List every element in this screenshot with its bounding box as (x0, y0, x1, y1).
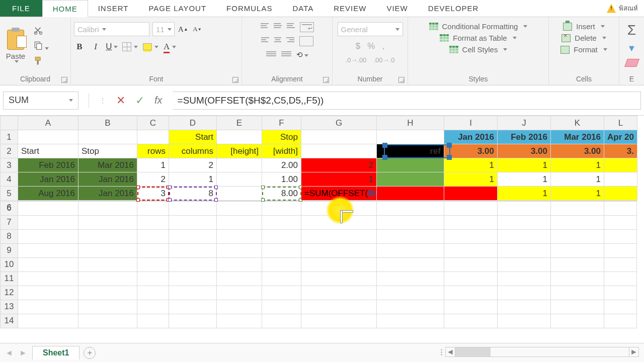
row-header-10[interactable]: 10 (1, 257, 18, 272)
hscroll-right[interactable]: ► (629, 347, 639, 357)
cell[interactable] (262, 243, 301, 257)
cell[interactable] (301, 272, 377, 286)
align-middle-button[interactable] (274, 22, 282, 32)
cell[interactable] (498, 229, 551, 243)
wrap-text-button[interactable] (300, 22, 314, 32)
increase-font-button[interactable]: A▲ (178, 24, 189, 35)
cell[interactable] (498, 243, 551, 257)
cell[interactable] (169, 229, 217, 243)
cell[interactable]: Start (18, 144, 78, 158)
cell[interactable] (78, 215, 137, 229)
percent-format-button[interactable]: % (367, 41, 375, 51)
cell[interactable] (551, 314, 604, 328)
cell[interactable] (444, 272, 498, 286)
cell[interactable] (137, 257, 169, 272)
insert-function-button[interactable]: fx (154, 95, 163, 106)
cell[interactable] (262, 300, 301, 314)
align-bottom-button[interactable] (287, 22, 295, 32)
cell[interactable] (301, 286, 377, 300)
cell[interactable] (377, 158, 444, 172)
cell[interactable] (169, 300, 217, 314)
row-header-11[interactable]: 11 (1, 272, 18, 286)
cell[interactable] (444, 286, 498, 300)
cell[interactable] (551, 201, 604, 215)
enter-formula-button[interactable]: ✓ (135, 94, 144, 107)
sheet-nav-prev[interactable]: ◄ (4, 348, 14, 357)
delete-cells-button[interactable]: Delete (561, 34, 606, 42)
cell[interactable]: rows (137, 144, 169, 158)
row-header-9[interactable]: 9 (1, 243, 18, 257)
cell[interactable] (498, 300, 551, 314)
row-header-4[interactable]: 4 (1, 172, 18, 187)
cell[interactable] (551, 272, 604, 286)
cell[interactable] (169, 314, 217, 328)
name-box[interactable]: SUM (3, 92, 78, 110)
cell[interactable] (444, 257, 498, 272)
cell[interactable]: 2 (301, 158, 377, 172)
italic-button[interactable]: I (90, 41, 101, 52)
row-header-8[interactable]: 8 (1, 229, 18, 243)
cell[interactable] (551, 243, 604, 257)
align-center-button[interactable] (274, 36, 281, 46)
cell[interactable] (262, 257, 301, 272)
format-as-table-button[interactable]: Format as Table (440, 34, 516, 42)
cell[interactable] (604, 272, 637, 286)
cell[interactable] (78, 243, 137, 257)
cell[interactable] (551, 257, 604, 272)
tab-developer[interactable]: DEVELOPER (418, 0, 489, 17)
cell[interactable]: 1 (498, 187, 551, 201)
cell[interactable] (377, 187, 444, 201)
cell[interactable] (217, 286, 262, 300)
number-dialog-launcher[interactable] (398, 77, 405, 83)
hscroll-thumb[interactable] (455, 347, 491, 356)
cell[interactable]: 1 (551, 187, 604, 201)
cell[interactable] (444, 215, 498, 229)
cell[interactable]: 2 (137, 172, 169, 187)
cell[interactable] (217, 243, 262, 257)
cell[interactable] (604, 300, 637, 314)
cell[interactable] (604, 215, 637, 229)
cell-styles-button[interactable]: Cell Styles (449, 45, 508, 54)
copy-button[interactable] (33, 40, 49, 52)
fill-color-button[interactable] (143, 43, 158, 50)
cell[interactable] (78, 257, 137, 272)
underline-button[interactable]: U (106, 41, 117, 52)
cut-button[interactable] (33, 25, 49, 36)
cell[interactable] (169, 257, 217, 272)
col-header-B[interactable]: B (78, 116, 137, 130)
cell[interactable]: Apr 20 (604, 130, 637, 144)
cell[interactable]: 1 (301, 172, 377, 187)
cell[interactable] (262, 201, 301, 215)
cell[interactable] (444, 201, 498, 215)
cell[interactable] (444, 243, 498, 257)
cell[interactable] (301, 144, 377, 158)
row-header-3[interactable]: 3 (1, 158, 18, 172)
cell[interactable] (604, 243, 637, 257)
cell[interactable] (78, 229, 137, 243)
cell[interactable] (217, 272, 262, 286)
cell[interactable] (377, 257, 444, 272)
col-header-F[interactable]: F (262, 116, 301, 130)
cell[interactable] (377, 215, 444, 229)
cell[interactable] (169, 272, 217, 286)
paste-button[interactable]: Paste (3, 29, 28, 64)
col-header-I[interactable]: I (444, 116, 498, 130)
fill-button[interactable]: ▼ (627, 43, 636, 54)
bold-button[interactable]: B (74, 41, 85, 52)
cell[interactable] (18, 229, 78, 243)
merge-center-button[interactable] (299, 36, 313, 46)
cell[interactable]: Mar 2016 (551, 130, 604, 144)
cell[interactable] (137, 272, 169, 286)
row-header-13[interactable]: 13 (1, 300, 18, 314)
cell[interactable] (604, 158, 637, 172)
cell[interactable] (217, 187, 262, 201)
row-header-5[interactable]: 5 (1, 187, 18, 201)
row-header-2[interactable]: 2 (1, 144, 18, 158)
row-header-7[interactable]: 7 (1, 215, 18, 229)
cell[interactable] (137, 201, 169, 215)
cell[interactable] (169, 243, 217, 257)
cell[interactable]: 1 (551, 158, 604, 172)
cell[interactable]: 1 (498, 172, 551, 187)
row-header-14[interactable]: 14 (1, 314, 18, 328)
tab-file[interactable]: FILE (0, 0, 42, 17)
